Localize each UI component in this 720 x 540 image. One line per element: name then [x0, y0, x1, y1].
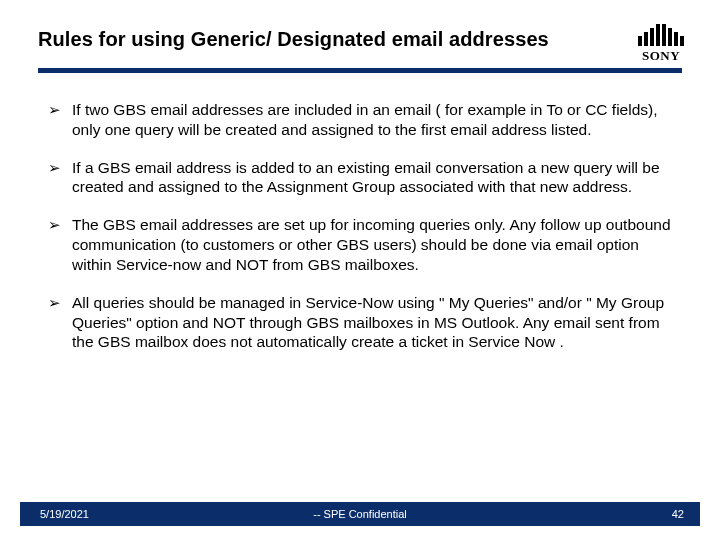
- footer-date: 5/19/2021: [40, 508, 89, 520]
- bullet-text: The GBS email addresses are set up for i…: [72, 215, 676, 274]
- chevron-right-icon: ➢: [48, 215, 72, 274]
- chevron-right-icon: ➢: [48, 293, 72, 352]
- bullet-item: ➢ If a GBS email address is added to an …: [48, 158, 676, 198]
- sony-logo: SONY: [626, 22, 696, 66]
- logo-bars-icon: [638, 24, 684, 46]
- chevron-right-icon: ➢: [48, 100, 72, 140]
- slide-header: Rules for using Generic/ Designated emai…: [38, 28, 690, 51]
- content-body: ➢ If two GBS email addresses are include…: [48, 100, 676, 370]
- slide-title: Rules for using Generic/ Designated emai…: [38, 28, 690, 51]
- bullet-text: If two GBS email addresses are included …: [72, 100, 676, 140]
- bullet-text: If a GBS email address is added to an ex…: [72, 158, 676, 198]
- bullet-item: ➢ The GBS email addresses are set up for…: [48, 215, 676, 274]
- logo-text: SONY: [642, 48, 680, 64]
- header-divider: [38, 68, 682, 73]
- bullet-item: ➢ All queries should be managed in Servi…: [48, 293, 676, 352]
- footer-confidential: -- SPE Confidential: [20, 508, 700, 520]
- chevron-right-icon: ➢: [48, 158, 72, 198]
- slide: Rules for using Generic/ Designated emai…: [0, 0, 720, 540]
- footer-page-number: 42: [672, 508, 684, 520]
- bullet-item: ➢ If two GBS email addresses are include…: [48, 100, 676, 140]
- bullet-text: All queries should be managed in Service…: [72, 293, 676, 352]
- slide-footer: 5/19/2021 -- SPE Confidential 42: [20, 502, 700, 526]
